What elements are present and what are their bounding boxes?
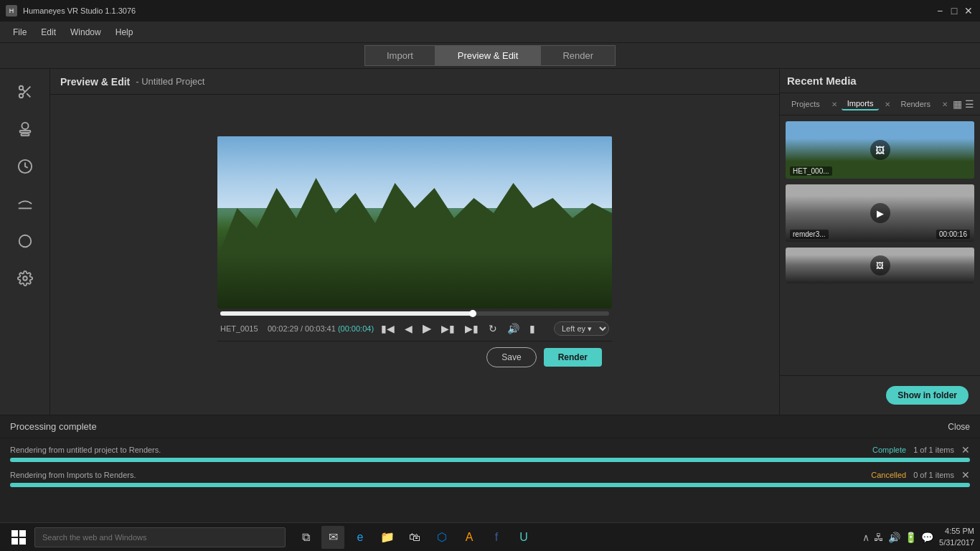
minimize-button[interactable]: − xyxy=(934,5,946,17)
media-item[interactable]: 🖼 HET_000... xyxy=(786,121,974,179)
video-progress-thumb[interactable] xyxy=(469,310,476,317)
play-button[interactable]: ▶ xyxy=(420,320,434,336)
task-view-button[interactable]: ⧉ xyxy=(294,526,317,549)
clock-tool[interactable] xyxy=(9,151,41,182)
svg-rect-13 xyxy=(11,538,18,545)
taskbar-edge-icon[interactable]: e xyxy=(349,526,372,549)
menu-file[interactable]: File xyxy=(6,24,34,40)
right-panel: Recent Media Projects ✕ Imports ✕ Render… xyxy=(779,69,980,415)
stamp-tool[interactable] xyxy=(9,113,41,145)
media-type-icon: ▶ xyxy=(870,203,890,223)
content-area: Preview & Edit - Untitled Project H xyxy=(50,69,779,415)
tab-import[interactable]: Import xyxy=(364,45,435,66)
view-toggle: ▦ ☰ xyxy=(953,98,974,110)
tray-audio[interactable]: 🔊 xyxy=(888,532,900,543)
progress-bar-area xyxy=(217,311,612,316)
svg-point-1 xyxy=(19,94,23,98)
processing-title: Processing complete xyxy=(10,421,97,432)
nav-tabs: Import Preview & Edit Render xyxy=(0,43,980,69)
skip-end-button[interactable]: ▶▮ xyxy=(462,321,481,336)
show-in-folder-button[interactable]: Show in folder xyxy=(886,386,969,405)
save-button[interactable]: Save xyxy=(486,347,536,367)
svg-point-0 xyxy=(19,86,23,90)
loop-button[interactable]: ↻ xyxy=(486,321,500,336)
process-bar-fill-1 xyxy=(10,458,970,462)
taskbar-app-icon[interactable]: U xyxy=(512,526,535,549)
process-row-2: Rendering from Imports to Renders. Cance… xyxy=(10,469,970,487)
process-status-1: Complete xyxy=(872,446,906,454)
start-button[interactable] xyxy=(6,524,32,550)
close-button[interactable]: ✕ xyxy=(963,5,974,17)
taskbar-dropbox-icon[interactable]: ⬡ xyxy=(430,526,453,549)
prev-frame-button[interactable]: ◀ xyxy=(402,321,415,336)
menu-help[interactable]: Help xyxy=(108,24,141,40)
toolbar xyxy=(0,69,50,415)
tab-renders[interactable]: Renders xyxy=(895,98,936,110)
tab-projects[interactable]: Projects xyxy=(786,98,826,110)
svg-rect-5 xyxy=(19,131,30,133)
app-icon: H xyxy=(6,5,17,17)
scissors-tool[interactable] xyxy=(9,76,41,108)
processing-panel: Processing complete Close Rendering from… xyxy=(0,415,980,522)
video-time: 00:02:29 / 00:03:41 (00:00:04) xyxy=(268,324,374,333)
menubar: File Edit Window Help xyxy=(0,22,980,43)
svg-rect-12 xyxy=(19,530,26,537)
tab-imports[interactable]: Imports xyxy=(842,98,880,110)
svg-line-4 xyxy=(22,89,25,92)
page-title: Preview & Edit xyxy=(60,76,130,88)
process-count-1: 1 of 1 items xyxy=(913,446,954,454)
svg-rect-11 xyxy=(11,530,18,537)
fullscreen-button[interactable]: ▮ xyxy=(527,321,538,336)
process-dismiss-1[interactable]: ✕ xyxy=(961,444,970,456)
system-clock[interactable]: 4:55 PM 5/31/2017 xyxy=(939,526,974,548)
taskbar-amazon-icon[interactable]: A xyxy=(458,526,481,549)
process-row-1: Rendering from untitled project to Rende… xyxy=(10,444,970,462)
tab-imports-close[interactable]: ✕ xyxy=(885,100,890,108)
next-frame-button[interactable]: ▶▮ xyxy=(438,321,458,336)
render-button[interactable]: Render xyxy=(544,348,602,367)
menu-window[interactable]: Window xyxy=(63,24,108,40)
media-item[interactable]: ▶ remder3... 00:00:16 xyxy=(786,184,974,242)
settings-tool[interactable] xyxy=(9,263,41,294)
taskbar: ⧉ ✉ e 📁 🛍 ⬡ A f U ∧ 🖧 🔊 🔋 💬 4:55 PM 5/31… xyxy=(0,522,980,551)
time-current: 00:02:29 xyxy=(268,324,298,333)
tab-projects-close[interactable]: ✕ xyxy=(831,100,837,108)
grid-view-button[interactable]: ▦ xyxy=(953,98,962,110)
menu-edit[interactable]: Edit xyxy=(34,24,63,40)
tray-chevron[interactable]: ∧ xyxy=(862,532,870,543)
tray-battery[interactable]: 🔋 xyxy=(905,532,917,543)
circle-tool[interactable] xyxy=(9,225,41,257)
tray-network[interactable]: 🖧 xyxy=(874,532,884,543)
process-row-1-header: Rendering from untitled project to Rende… xyxy=(10,444,970,456)
time-total: 00:03:41 xyxy=(305,324,336,333)
tab-render[interactable]: Render xyxy=(540,45,616,66)
project-name: - Untitled Project xyxy=(136,76,204,87)
svg-rect-14 xyxy=(19,538,26,545)
tab-preview-edit[interactable]: Preview & Edit xyxy=(435,45,541,66)
tab-renders-close[interactable]: ✕ xyxy=(942,100,948,108)
eye-mode-select[interactable]: Left ey ▾ Right ey xyxy=(554,321,609,336)
media-tabs: Projects ✕ Imports ✕ Renders ✕ ▦ ☰ xyxy=(780,93,980,116)
video-frame[interactable] xyxy=(217,136,612,309)
process-dismiss-2[interactable]: ✕ xyxy=(961,469,970,481)
volume-button[interactable]: 🔊 xyxy=(504,321,522,336)
maximize-button[interactable]: □ xyxy=(948,5,960,17)
media-item[interactable]: 🖼 xyxy=(786,248,974,283)
search-input[interactable] xyxy=(34,527,286,547)
media-duration: 00:00:16 xyxy=(936,230,970,239)
taskbar-explorer-icon[interactable]: 📁 xyxy=(376,526,399,549)
video-progress-track[interactable] xyxy=(220,311,609,316)
tray-notification[interactable]: 💬 xyxy=(921,532,933,543)
skip-start-button[interactable]: ▮◀ xyxy=(378,321,397,336)
list-view-button[interactable]: ☰ xyxy=(965,98,974,110)
processing-items: Rendering from untitled project to Rende… xyxy=(0,438,980,493)
processing-header: Processing complete Close xyxy=(0,415,980,438)
close-processing-button[interactable]: Close xyxy=(948,422,970,432)
arc-tool[interactable] xyxy=(9,188,41,220)
taskbar-mail-icon[interactable]: ✉ xyxy=(321,526,344,549)
playback-controls: HET_0015 00:02:29 / 00:03:41 (00:00:04) … xyxy=(217,316,612,341)
taskbar-facebook-icon[interactable]: f xyxy=(485,526,508,549)
taskbar-store-icon[interactable]: 🛍 xyxy=(403,526,426,549)
titlebar-left: H Humaneyes VR Studio 1.1.3076 xyxy=(6,5,136,17)
video-area: HET_0015 00:02:29 / 00:03:41 (00:00:04) … xyxy=(50,95,779,415)
